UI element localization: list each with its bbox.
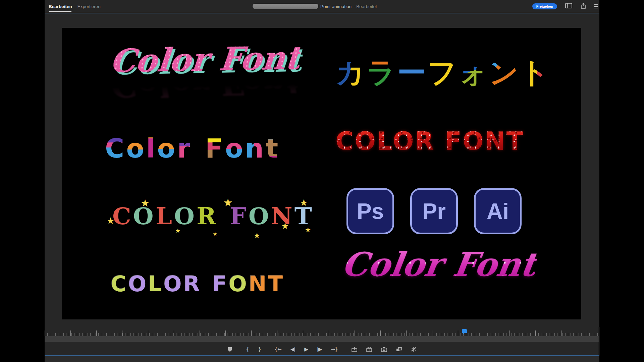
tab-exportieren-label: Exportieren	[77, 4, 101, 9]
colored-letter: L	[156, 203, 174, 230]
header-bar: Bearbeiten Exportieren Point animation -…	[45, 0, 599, 13]
workspace-tabs: Bearbeiten Exportieren	[49, 0, 101, 13]
colored-letter: C	[111, 272, 128, 297]
colored-letter: r	[177, 134, 192, 163]
colored-letter: o	[126, 134, 146, 163]
share-button[interactable]: Freigeben	[532, 3, 557, 10]
go-to-in-button[interactable]: {←	[275, 346, 281, 353]
panel-right-edge	[599, 327, 599, 356]
colored-letter: フ	[427, 56, 458, 89]
star-icon: ★	[254, 232, 262, 239]
colored-letter: l	[146, 134, 157, 163]
panel-layout-icon[interactable]	[565, 3, 572, 10]
sample-magenta-script: Color Font	[339, 246, 538, 283]
step-forward-button[interactable]: |▶	[317, 346, 322, 353]
colored-letter: O	[128, 272, 148, 297]
sample-rounded-multicolor: Color Font	[105, 134, 280, 163]
premiere-app-window: Bearbeiten Exportieren Point animation -…	[45, 0, 599, 362]
colored-letter: R	[183, 272, 202, 297]
program-monitor-canvas: Color Font Color Font カラーフォント Color Font…	[62, 28, 581, 319]
sample-red-glitter: COLOR FONT	[335, 127, 524, 156]
edit-status: - Bearbeitet	[354, 4, 377, 9]
timeline-ruler[interactable]	[45, 329, 599, 336]
colored-letter: n	[245, 134, 266, 163]
sample-bubble-letters: COLOR FONT	[111, 272, 284, 297]
extract-button[interactable]	[366, 346, 372, 353]
star-icon: ★	[107, 217, 116, 225]
star-icon: ★	[213, 232, 219, 236]
go-to-out-button[interactable]: →}	[331, 346, 337, 353]
add-marker-button[interactable]	[228, 346, 232, 353]
colored-letter: O	[229, 272, 249, 297]
bottom-strip	[45, 356, 599, 362]
adobe-pr-badge: Pr	[410, 188, 458, 234]
lift-button[interactable]	[352, 346, 357, 353]
playhead[interactable]	[462, 329, 467, 335]
colored-letter: ォ	[458, 56, 489, 89]
comparison-view-button[interactable]	[396, 346, 402, 353]
colored-letter: R	[197, 203, 218, 230]
colored-letter: ラ	[366, 56, 397, 89]
mark-out-button[interactable]: }	[258, 346, 261, 353]
sample-katakana: カラーフォント	[335, 56, 551, 89]
step-back-button[interactable]: ◀|	[290, 346, 296, 353]
sample-pink-script: Color Font Color Font	[106, 40, 302, 103]
menu-icon[interactable]	[594, 4, 598, 8]
sequence-title: Point animation	[320, 4, 352, 9]
blurred-project-name	[253, 4, 318, 9]
colored-letter: L	[148, 272, 163, 297]
star-icon: ★	[141, 199, 151, 207]
star-icon: ★	[282, 222, 290, 230]
sample-adobe-badges: PsPrAi	[346, 188, 522, 234]
colored-letter: O	[163, 272, 183, 297]
play-button[interactable]: ▶	[304, 346, 308, 353]
colored-letter: o	[157, 134, 177, 163]
project-title-area: Point animation - Bearbeitet	[253, 0, 377, 13]
colored-letter: o	[225, 134, 245, 163]
colored-letter: F	[212, 272, 229, 297]
star-icon: ★	[300, 199, 310, 207]
colored-letter: カ	[335, 56, 366, 89]
colored-letter: O	[174, 203, 197, 230]
transport-controls: { } {← ◀| ▶ |▶ →}	[45, 344, 599, 355]
star-icon: ★	[175, 228, 182, 234]
tab-bearbeiten-label: Bearbeiten	[49, 4, 72, 9]
sample-serif-stars: COLOR FONT ★★★★★★★★★	[112, 203, 314, 230]
colored-letter: C	[105, 134, 126, 163]
adobe-ai-badge: Ai	[474, 188, 522, 234]
panel-top-border	[45, 13, 599, 13]
export-share-icon[interactable]	[580, 3, 586, 10]
global-fx-mute-button[interactable]	[411, 346, 416, 353]
export-frame-button[interactable]	[381, 346, 387, 353]
tab-exportieren[interactable]: Exportieren	[77, 0, 101, 13]
colored-letter: O	[249, 203, 271, 230]
pink-script-reflection: Color Font	[106, 64, 300, 103]
adobe-ps-badge: Ps	[346, 188, 394, 234]
colored-letter: N	[249, 272, 268, 297]
tab-bearbeiten[interactable]: Bearbeiten	[49, 0, 72, 13]
colored-letter: T	[268, 272, 285, 297]
star-icon: ★	[224, 198, 234, 207]
colored-letter: t	[266, 134, 280, 163]
colored-letter: F	[205, 134, 225, 163]
star-icon: ★	[305, 227, 313, 233]
timeline-scrollbar[interactable]	[45, 336, 599, 342]
colored-letter: ー	[397, 56, 427, 89]
colored-letter: ト	[520, 56, 551, 89]
colored-letter: ン	[489, 56, 520, 89]
header-actions: Freigeben	[532, 0, 598, 13]
mark-in-button[interactable]: {	[246, 346, 249, 353]
